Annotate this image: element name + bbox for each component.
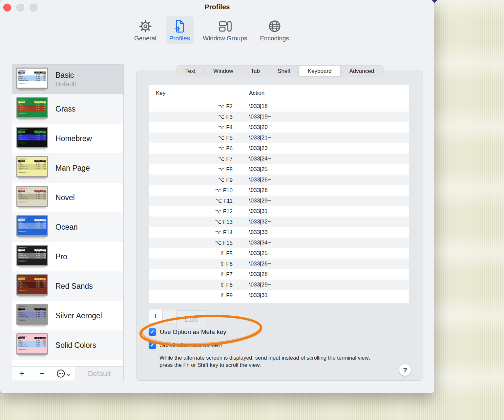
thumb-cell: loginwindow bbox=[18, 79, 34, 81]
profile-row-silver-aerogel[interactable]: Terminal1#COMMAND%CPURPRVTtop4.1%231KXco… bbox=[12, 301, 123, 330]
table-row[interactable]: ⌥ F14\033[33~ bbox=[149, 227, 409, 238]
desktop-background: Profiles GeneralProfilesWindow GroupsEnc… bbox=[0, 0, 504, 420]
table-row[interactable]: ⌥ F5\033[21~ bbox=[149, 133, 409, 143]
thumb-line: loginwindow0.0%4M bbox=[18, 257, 46, 259]
help-button[interactable]: ? bbox=[399, 364, 411, 376]
thumb-cell: 4M bbox=[40, 168, 46, 170]
thumb-cell: 4M bbox=[40, 109, 46, 111]
column-divider[interactable] bbox=[241, 89, 241, 97]
thumb-cell: 4M bbox=[40, 227, 46, 229]
profile-row-basic[interactable]: Terminal1#COMMAND%CPURPRVTtop4.1%231KXco… bbox=[12, 65, 123, 94]
terminal-preview-icon: Terminal1#COMMAND%CPURPRVTtop4.1%231KXco… bbox=[16, 333, 48, 354]
table-row[interactable]: ⌥ F2\033[18~ bbox=[149, 101, 409, 112]
thumb-line: Terminal # bbox=[18, 290, 46, 292]
thumbnail-reflection bbox=[18, 118, 46, 121]
thumb-cell: loginwindow bbox=[18, 316, 34, 318]
table-row[interactable]: ⇧ F5\033[25~ bbox=[149, 248, 409, 259]
thumb-cell: 4M bbox=[40, 286, 46, 288]
key-cell: ⌥ F7 bbox=[149, 156, 241, 162]
edit-binding-button[interactable]: Edit bbox=[176, 310, 206, 328]
remove-profile-button[interactable]: − bbox=[32, 367, 52, 381]
alternate-screen-help-text: While the alternate screen is displayed,… bbox=[159, 354, 383, 369]
checkbox-checked-icon[interactable]: ✓ bbox=[149, 328, 156, 336]
terminal-preview-icon: Terminal1#COMMAND%CPURPRVTtop4.1%231KXco… bbox=[16, 68, 48, 89]
thumb-line: Terminal # bbox=[18, 113, 46, 115]
thumb-line: Terminal # bbox=[18, 231, 46, 233]
thumbnail-reflection bbox=[18, 266, 46, 268]
tab-shell[interactable]: Shell bbox=[269, 66, 299, 76]
profile-text: Solid Colors bbox=[55, 341, 96, 350]
thumb-cell: 0.0% bbox=[34, 138, 40, 140]
thumb-cell: 4M bbox=[40, 198, 46, 200]
profile-thumbnail: Terminal1#COMMAND%CPURPRVTtop4.1%231KXco… bbox=[16, 127, 48, 150]
use-option-as-meta-checkbox[interactable]: ✓ Use Option as Meta key bbox=[149, 328, 226, 336]
tab-text[interactable]: Text bbox=[177, 66, 204, 76]
profile-row-grass[interactable]: Terminal1#COMMAND%CPURPRVTtop4.1%231KXco… bbox=[12, 94, 123, 124]
profile-row-red-sands[interactable]: Terminal1#COMMAND%CPURPRVTtop4.1%231KXco… bbox=[12, 271, 123, 301]
profile-row-homebrew[interactable]: Terminal1#COMMAND%CPURPRVTtop4.1%231KXco… bbox=[12, 124, 123, 153]
thumbnail-reflection bbox=[18, 178, 46, 180]
profile-text: BasicDefault bbox=[55, 71, 76, 88]
add-profile-button[interactable]: + bbox=[12, 367, 32, 381]
tab-tab[interactable]: Tab bbox=[242, 66, 269, 76]
profile-row-ocean[interactable]: Terminal1#COMMAND%CPURPRVTtop4.1%231KXco… bbox=[12, 212, 123, 242]
table-row[interactable]: ⌥ F7\033[24~ bbox=[149, 154, 409, 164]
terminal-preview-icon: Terminal1#COMMAND%CPURPRVTtop4.1%231KXco… bbox=[16, 245, 48, 266]
table-row[interactable]: ⌥ F12\033[31~ bbox=[149, 206, 409, 217]
checkbox-label: Scroll alternate screen bbox=[160, 342, 222, 349]
thumb-line: loginwindow0.0%4M bbox=[18, 79, 46, 81]
action-cell: \033[29~ bbox=[241, 282, 271, 288]
toolbar-item-encodings[interactable]: Encodings bbox=[256, 16, 293, 44]
action-cell: \033[18~ bbox=[241, 103, 271, 110]
tab-window[interactable]: Window bbox=[204, 66, 242, 76]
toolbar-item-profiles[interactable]: Profiles bbox=[166, 16, 194, 44]
profile-row-pro[interactable]: Terminal1#COMMAND%CPURPRVTtop4.1%231KXco… bbox=[12, 242, 123, 271]
table-row[interactable]: ⇧ F8\033[29~ bbox=[149, 280, 409, 290]
table-row[interactable]: ⌥ F13\033[32~ bbox=[149, 217, 409, 227]
tab-keyboard[interactable]: Keyboard bbox=[299, 66, 341, 76]
thumb-cell: 4M bbox=[40, 345, 46, 347]
terminal-preview-icon: Terminal1#COMMAND%CPURPRVTtop4.1%231KXco… bbox=[16, 156, 48, 177]
checkbox-checked-icon[interactable]: ✓ bbox=[149, 341, 156, 349]
profile-row-solid-colors[interactable]: Terminal1#COMMAND%CPURPRVTtop4.1%231KXco… bbox=[12, 330, 123, 360]
table-row[interactable]: ⌥ F6\033[23~ bbox=[149, 143, 409, 154]
action-cell: \033[21~ bbox=[241, 135, 271, 141]
thumb-cell: 4M bbox=[40, 316, 46, 318]
scroll-alternate-screen-checkbox[interactable]: ✓ Scroll alternate screen bbox=[149, 341, 222, 349]
toolbar-divider bbox=[0, 51, 434, 51]
add-binding-button[interactable]: + bbox=[149, 309, 163, 323]
profile-row-man-page[interactable]: Terminal1#COMMAND%CPURPRVTtop4.1%231KXco… bbox=[12, 153, 123, 183]
terminal-preview-icon: Terminal1#COMMAND%CPURPRVTtop4.1%231KXco… bbox=[16, 127, 48, 148]
table-row[interactable]: ⌥ F8\033[25~ bbox=[149, 164, 409, 175]
profile-actions-menu-button[interactable] bbox=[52, 367, 75, 381]
thumb-line: Terminal # bbox=[18, 260, 46, 262]
profile-text: Man Page bbox=[55, 164, 90, 173]
tab-advanced[interactable]: Advanced bbox=[341, 66, 383, 76]
profile-thumbnail: Terminal1#COMMAND%CPURPRVTtop4.1%231KXco… bbox=[16, 274, 48, 298]
remove-binding-button[interactable]: − bbox=[163, 309, 177, 323]
thumb-cell: 0.0% bbox=[34, 227, 40, 229]
table-row[interactable]: ⇧ F6\033[26~ bbox=[149, 259, 409, 269]
table-row[interactable]: ⌥ F3\033[19~ bbox=[149, 112, 409, 122]
action-cell: \033[29~ bbox=[241, 198, 271, 204]
profile-row-novel[interactable]: Terminal1#COMMAND%CPURPRVTtop4.1%231KXco… bbox=[12, 183, 123, 212]
set-default-button[interactable]: Default bbox=[75, 367, 123, 381]
profile-section-tabs: TextWindowTabShellKeyboardAdvanced bbox=[176, 65, 384, 77]
key-cell: ⌥ F13 bbox=[149, 219, 241, 225]
key-cell: ⇧ F9 bbox=[149, 292, 241, 299]
table-row[interactable]: ⌥ F4\033[20~ bbox=[149, 122, 409, 133]
thumb-cell: loginwindow bbox=[18, 138, 34, 140]
table-row[interactable]: ⌥ F11\033[29~ bbox=[149, 196, 409, 206]
table-row[interactable]: ⌥ F10\033[28~ bbox=[149, 185, 409, 196]
key-cell: ⇧ F8 bbox=[149, 282, 241, 288]
profile-doc-icon bbox=[172, 19, 187, 34]
toolbar-item-window-groups[interactable]: Window Groups bbox=[199, 16, 251, 44]
table-row[interactable]: ⇧ F9\033[31~ bbox=[149, 290, 409, 301]
table-row[interactable]: ⇧ F7\033[28~ bbox=[149, 269, 409, 280]
thumb-cell: loginwindow bbox=[18, 198, 34, 200]
action-cell: \033[24~ bbox=[241, 156, 271, 162]
table-row[interactable]: ⌥ F15\033[34~ bbox=[149, 238, 409, 248]
thumb-line: loginwindow0.0%4M bbox=[18, 198, 46, 200]
table-row[interactable]: ⌥ F9\033[26~ bbox=[149, 175, 409, 185]
toolbar-item-general[interactable]: General bbox=[131, 16, 160, 44]
